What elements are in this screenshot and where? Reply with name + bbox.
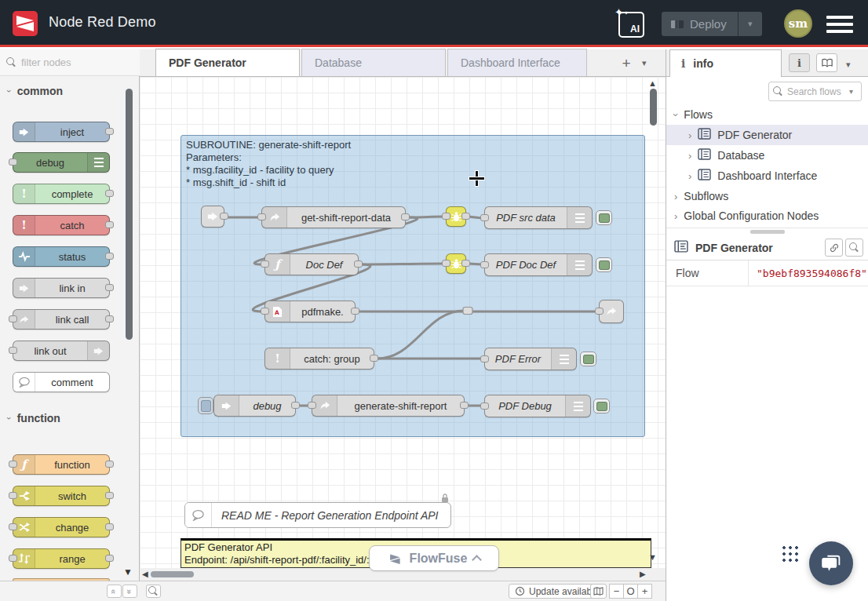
node-inject-debug[interactable]: debug — [213, 395, 296, 417]
deploy-button[interactable]: Deploy ▾ — [662, 12, 762, 36]
zoom-out-button[interactable]: − — [609, 584, 624, 599]
palette-scroll-down-icon[interactable]: ▼ — [123, 566, 133, 577]
input-port[interactable] — [9, 158, 17, 166]
add-flow-button[interactable]: + — [617, 54, 636, 73]
zoom-reset-button[interactable]: O — [623, 584, 638, 599]
output-port[interactable] — [105, 284, 114, 291]
palette-node-link-in[interactable]: link in — [13, 278, 110, 298]
palette-node-switch[interactable]: switch — [13, 486, 110, 506]
tab-database[interactable]: Database — [301, 49, 446, 76]
palette-node-inject[interactable]: inject — [13, 122, 110, 142]
scroll-left-icon[interactable]: ◀ — [142, 570, 148, 578]
output-port[interactable] — [370, 355, 378, 362]
input-port[interactable] — [9, 555, 17, 562]
input-port[interactable] — [9, 523, 17, 530]
node-pdf-doc-def[interactable]: PDF Doc Def — [484, 253, 593, 276]
input-port[interactable] — [595, 308, 604, 315]
hscrollbar-thumb[interactable] — [151, 571, 194, 577]
palette-scrollbar[interactable] — [126, 89, 133, 340]
canvas-scroll-down-icon[interactable]: ▼ — [648, 552, 657, 562]
ai-assistant-button[interactable]: AI ✦ ✦ — [618, 12, 644, 38]
output-port[interactable] — [105, 190, 114, 197]
category-function[interactable]: › function — [8, 412, 60, 424]
output-port[interactable] — [220, 213, 228, 220]
node-doc-def[interactable]: ƒ Doc Def — [264, 253, 359, 275]
tree-subflows[interactable]: › Subflows — [666, 186, 868, 206]
node-trap-2[interactable] — [446, 253, 466, 274]
palette-node-change[interactable]: change — [13, 517, 110, 537]
input-port[interactable] — [480, 355, 489, 362]
input-port[interactable] — [257, 213, 266, 220]
palette-node-comment[interactable]: comment — [13, 372, 110, 392]
input-port[interactable] — [9, 347, 17, 354]
node-pdf-error[interactable]: PDF Error — [484, 348, 577, 370]
search-caret-icon[interactable]: ▾ — [849, 87, 853, 96]
output-port[interactable] — [105, 492, 114, 499]
zoom-search-button[interactable] — [146, 585, 161, 598]
main-menu-button[interactable] — [826, 16, 853, 33]
node-pdf-debug[interactable]: PDF Debug — [484, 395, 591, 417]
input-port[interactable] — [442, 260, 450, 267]
user-avatar[interactable]: sm — [784, 9, 812, 38]
palette-node-link-call[interactable]: link call — [13, 309, 110, 330]
input-port[interactable] — [9, 461, 17, 468]
palette-node-complete[interactable]: ! complete — [13, 184, 110, 204]
output-port[interactable] — [105, 523, 114, 530]
collapse-all-button[interactable]: « — [107, 585, 122, 598]
output-port[interactable] — [291, 402, 300, 409]
flow-group[interactable]: SUBROUTINE: generate-shift-reportParamet… — [181, 135, 645, 437]
search-node-button[interactable] — [845, 239, 863, 257]
debug-toggle-button[interactable] — [580, 351, 596, 366]
canvas-vscrollbar[interactable] — [650, 89, 657, 126]
navigator-button[interactable] — [590, 584, 607, 599]
output-port[interactable] — [105, 221, 114, 228]
copy-link-button[interactable] — [825, 239, 843, 257]
palette-node-link-out[interactable]: link out — [13, 341, 110, 361]
property-value[interactable]: "b9ebf893594086f8" — [749, 268, 867, 279]
node-get-shift-report-data[interactable]: get-shift-report-data — [261, 206, 406, 228]
input-port[interactable] — [308, 402, 316, 409]
tab-pdf-generator[interactable]: PDF Generator — [155, 49, 300, 76]
input-port[interactable] — [9, 315, 17, 322]
tree-item-dashboard-interface[interactable]: › Dashboard Interface — [666, 166, 847, 186]
tree-item-pdf-generator[interactable]: › PDF Generator — [666, 125, 868, 145]
output-port[interactable] — [460, 402, 469, 409]
input-port[interactable] — [480, 402, 489, 410]
sidebar-tabs-caret-icon[interactable]: ▾ — [846, 60, 851, 70]
debug-toggle-button[interactable] — [596, 210, 612, 225]
output-port[interactable] — [351, 308, 359, 315]
node-pdf-src-data[interactable]: PDF src data — [484, 206, 593, 229]
palette-node-catch[interactable]: ! catch — [13, 215, 110, 235]
node-trap-1[interactable] — [446, 206, 466, 227]
output-port[interactable] — [105, 461, 114, 468]
node-generate-shift-report[interactable]: generate-shift-report — [312, 395, 465, 417]
input-port[interactable] — [261, 260, 269, 268]
palette-node-range[interactable]: range — [13, 548, 110, 569]
sidebar-splitter[interactable] — [666, 228, 868, 235]
input-port[interactable] — [480, 261, 489, 268]
debug-toggle-button[interactable] — [596, 257, 612, 272]
input-port[interactable] — [442, 213, 450, 220]
drag-dots-icon[interactable] — [780, 544, 798, 563]
node-link-in[interactable] — [201, 206, 224, 228]
tab-list-caret-icon[interactable]: ▾ — [642, 58, 647, 68]
output-port[interactable] — [401, 213, 410, 220]
tree-item-database[interactable]: › Database — [666, 145, 868, 166]
canvas-scroll-up-icon[interactable]: ▲ — [648, 78, 657, 88]
input-port[interactable] — [261, 308, 269, 315]
flowfuse-button[interactable]: FlowFuse — [369, 545, 499, 571]
scroll-right-icon[interactable]: ▶ — [640, 570, 646, 578]
node-pdfmake[interactable]: A pdfmake. — [264, 300, 356, 322]
flow-canvas[interactable]: SUBROUTINE: generate-shift-reportParamet… — [140, 77, 666, 568]
info-tool-button[interactable]: i — [789, 53, 810, 72]
node-comment-readme[interactable]: READ ME - Report Generation Endpoint API — [184, 502, 451, 528]
category-common[interactable]: › common — [8, 85, 63, 97]
output-port[interactable] — [105, 315, 114, 322]
tree-flows-root[interactable]: › Flows — [666, 104, 868, 125]
node-link-out[interactable] — [599, 300, 624, 323]
output-port[interactable] — [354, 260, 363, 268]
palette-node-debug[interactable]: debug — [13, 152, 110, 173]
help-book-button[interactable] — [816, 53, 837, 72]
input-port[interactable] — [480, 214, 489, 221]
tab-dashboard-interface[interactable]: Dashboard Interface — [447, 49, 587, 76]
